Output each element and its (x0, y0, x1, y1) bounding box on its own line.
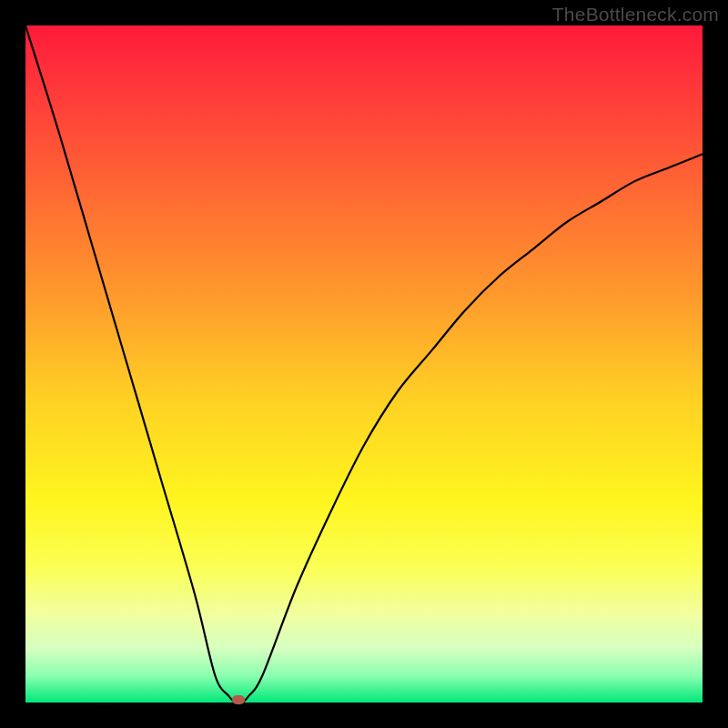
curve-path (25, 25, 703, 703)
plot-area (25, 25, 703, 703)
chart-frame: TheBottleneck.com (0, 0, 728, 728)
bottleneck-curve (25, 25, 703, 703)
optimal-point-marker (232, 695, 245, 704)
watermark-text: TheBottleneck.com (552, 4, 719, 25)
